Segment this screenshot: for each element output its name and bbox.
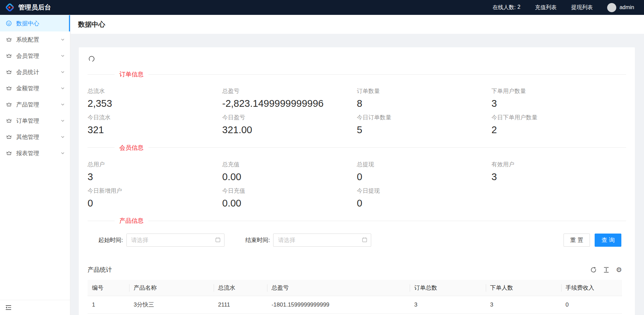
stat-total-users: 总用户 3 今日新增用户 0 <box>88 161 222 210</box>
sidebar-menu: 数据中心 系统配置 会员管理 会员统计 <box>0 15 70 300</box>
sidebar-item-label: 会员管理 <box>16 52 39 60</box>
section-title: 会员信息 <box>115 144 148 152</box>
reset-button[interactable]: 重 置 <box>564 234 590 247</box>
start-time-input[interactable] <box>126 234 224 247</box>
sidebar-item-label: 订单管理 <box>16 117 39 125</box>
stat-total-recharge: 总充值 0.00 今日充值 0.00 <box>222 161 357 210</box>
page-header: 数据中心 <box>71 15 644 34</box>
sidebar-item-label: 金额管理 <box>16 84 39 92</box>
stat-order-users: 下单用户数量 3 今日下单用户数量 2 <box>492 87 626 137</box>
stat-valid-users: 有效用户 3 <box>492 161 626 210</box>
sidebar-item-label: 产品管理 <box>16 101 39 108</box>
sidebar: 数据中心 系统配置 会员管理 会员统计 <box>0 15 70 315</box>
col-header: 总盈亏 <box>267 280 410 296</box>
content-area: 订单信息 总流水 2,353 今日流水 321 总盈亏 -2,823.14999… <box>71 34 644 315</box>
withdraw-list-link[interactable]: 提现列表 <box>571 4 593 11</box>
product-stats-table: 编号 产品名称 总流水 总盈亏 订单总数 下单人数 手续费收入 1 3分快三 <box>88 280 622 315</box>
sidebar-item-label: 数据中心 <box>16 20 39 27</box>
table-header-row: 编号 产品名称 总流水 总盈亏 订单总数 下单人数 手续费收入 <box>88 280 622 296</box>
main-area: 数据中心 订单信息 总流水 2,353 今日流水 321 <box>71 15 644 315</box>
menu-fold-icon <box>5 305 12 311</box>
table-row: 1 3分快三 2111 -1801.1599999999999 3 3 0 <box>88 296 622 314</box>
end-time-label: 结束时间: <box>245 236 270 244</box>
crown-icon <box>6 37 12 43</box>
smiley-icon <box>6 20 12 26</box>
section-divider-member: 会员信息 <box>88 144 626 152</box>
sidebar-item-label: 系统配置 <box>16 36 39 44</box>
app-title: 管理员后台 <box>18 3 51 12</box>
col-header: 订单总数 <box>410 280 486 296</box>
page-title: 数据中心 <box>78 20 105 29</box>
col-header: 总流水 <box>214 280 267 296</box>
start-time-label: 起始时间: <box>98 236 123 244</box>
crown-icon <box>6 69 12 75</box>
table-row: 2 1分十二生肖 22 -452.32 1 1 0 <box>88 314 622 315</box>
avatar[interactable] <box>607 3 616 12</box>
stat-total-profit: 总盈亏 -2,823.1499999999996 今日盈亏 321.00 <box>222 87 357 137</box>
gear-icon[interactable]: ⚙ <box>616 266 622 273</box>
chevron-down-icon <box>61 54 65 58</box>
chevron-down-icon <box>61 151 65 155</box>
crown-icon <box>6 118 12 124</box>
chevron-down-icon <box>61 135 65 139</box>
sidebar-collapse-trigger[interactable] <box>0 300 70 315</box>
username: admin <box>619 4 634 10</box>
order-stats-grid: 总流水 2,353 今日流水 321 总盈亏 -2,823.1499999999… <box>88 87 626 137</box>
sidebar-item-data-center[interactable]: 数据中心 <box>0 15 70 31</box>
sidebar-item-amount-management[interactable]: 金额管理 <box>0 80 70 96</box>
section-divider-product: 产品信息 <box>88 217 626 225</box>
stat-order-count: 订单数量 8 今日订单数量 5 <box>357 87 492 137</box>
section-title: 订单信息 <box>115 70 148 78</box>
sidebar-item-other-management[interactable]: 其他管理 <box>0 129 70 145</box>
user-menu[interactable]: admin <box>607 3 634 12</box>
sidebar-item-label: 报表管理 <box>16 149 39 157</box>
chevron-down-icon <box>61 119 65 123</box>
sidebar-item-report-management[interactable]: 报表管理 <box>0 145 70 161</box>
query-button[interactable]: 查 询 <box>595 234 621 247</box>
col-header: 产品名称 <box>129 280 214 296</box>
sidebar-item-member-management[interactable]: 会员管理 <box>0 48 70 64</box>
crown-icon <box>6 150 12 156</box>
sidebar-item-member-stats[interactable]: 会员统计 <box>0 64 70 80</box>
sidebar-item-order-management[interactable]: 订单管理 <box>0 113 70 129</box>
chevron-down-icon <box>61 102 65 107</box>
crown-icon <box>6 53 12 59</box>
loading-spinner-icon <box>88 55 626 64</box>
col-header: 下单人数 <box>486 280 561 296</box>
logo-area: 管理员后台 <box>5 2 51 13</box>
chevron-down-icon <box>61 86 65 91</box>
stat-total-flow: 总流水 2,353 今日流水 321 <box>88 87 222 137</box>
app-logo-icon <box>5 2 15 13</box>
crown-icon <box>6 134 12 140</box>
sidebar-item-label: 会员统计 <box>16 68 39 76</box>
online-count: 在线人数: 2 <box>493 4 520 11</box>
table-title: 产品统计 <box>88 266 112 274</box>
start-time-picker[interactable] <box>126 234 224 247</box>
dashboard-card: 订单信息 总流水 2,353 今日流水 321 总盈亏 -2,823.14999… <box>79 47 635 315</box>
column-height-icon[interactable] <box>603 267 610 273</box>
top-bar: 管理员后台 在线人数: 2 充值列表 提现列表 admin <box>0 0 644 15</box>
crown-icon <box>6 85 12 91</box>
section-title: 产品信息 <box>115 217 148 225</box>
member-stats-grid: 总用户 3 今日新增用户 0 总充值 0.00 今日充值 0.00 总提现 0 … <box>88 161 626 210</box>
chevron-down-icon <box>61 38 65 42</box>
sidebar-item-product-management[interactable]: 产品管理 <box>0 96 70 113</box>
product-stats-table-block: 产品统计 <box>88 266 626 315</box>
chevron-down-icon <box>61 70 65 74</box>
col-header: 手续费收入 <box>561 280 622 296</box>
reload-icon[interactable] <box>590 267 597 273</box>
section-divider-order: 订单信息 <box>88 70 626 78</box>
crown-icon <box>6 101 12 107</box>
filter-row: 起始时间: 结束时间: <box>98 234 626 247</box>
end-time-input[interactable] <box>273 234 371 247</box>
end-time-picker[interactable] <box>273 234 371 247</box>
sidebar-item-label: 其他管理 <box>16 133 39 141</box>
sidebar-item-system-config[interactable]: 系统配置 <box>0 31 70 48</box>
recharge-list-link[interactable]: 充值列表 <box>535 4 556 11</box>
stat-total-withdraw: 总提现 0 今日提现 0 <box>357 161 492 210</box>
col-header: 编号 <box>88 280 129 296</box>
